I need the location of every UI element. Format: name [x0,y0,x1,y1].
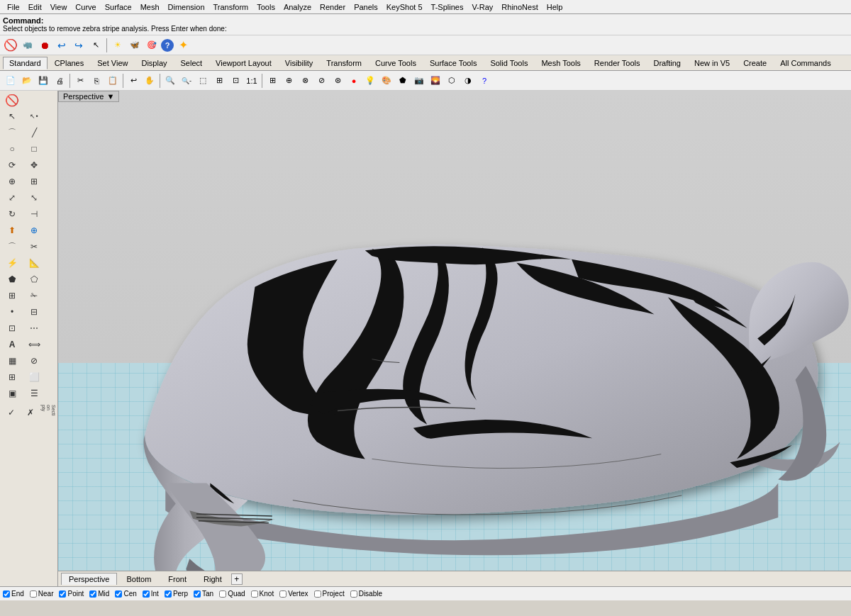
group-icon[interactable]: ⬜ [23,369,45,385]
block-icon[interactable]: ▣ [1,386,23,401]
bg-icon[interactable]: 🌄 [428,73,443,89]
vp-tab-bottom[interactable]: Bottom [118,573,159,586]
snap-knot-check[interactable] [251,590,258,598]
record2-icon[interactable]: ● [346,73,362,89]
print-icon[interactable]: 🖨 [52,73,67,89]
analysis-icon[interactable]: ⚡ [1,255,23,271]
snap-project-check[interactable] [314,590,321,598]
scale-icon[interactable]: ⤡ [23,190,45,206]
viewport-dropdown-icon[interactable]: ▼ [106,92,114,101]
pan-view-icon[interactable]: ✥ [23,157,45,173]
menu-dimension[interactable]: Dimension [164,2,209,12]
tab-cplanes[interactable]: CPlanes [48,57,91,69]
rotate-icon[interactable]: ↻ [1,206,23,222]
pan-icon[interactable]: ✋ [142,73,157,89]
check-icon[interactable]: ✓ [1,405,21,420]
snap-tan-check[interactable] [194,590,201,598]
cursor-icon[interactable]: ↖ [88,38,104,53]
surface-icon[interactable]: ⬟ [1,271,23,287]
save-icon[interactable]: 💾 [35,73,51,89]
tab-create[interactable]: Create [737,57,773,69]
menu-view[interactable]: View [46,2,72,12]
vp-tab-add[interactable]: + [231,573,243,585]
vp-tab-front[interactable]: Front [160,573,194,586]
menu-tools[interactable]: Tools [252,2,279,12]
patch-icon[interactable]: ⊡ [1,320,23,336]
tab-new-v5[interactable]: New in V5 [688,57,736,69]
zoom-1-icon[interactable]: 1:1 [244,73,260,89]
new-icon[interactable]: 📄 [3,73,18,89]
clipping-icon[interactable]: ⊘ [23,353,45,369]
split-icon[interactable]: ✂ [23,239,45,254]
ortho-icon[interactable]: ⊗ [297,73,313,89]
snap-point-check[interactable] [59,590,66,598]
snap-end-check[interactable] [3,590,10,598]
rotate-view-icon[interactable]: ⟳ [1,157,23,173]
menu-surface[interactable]: Surface [101,2,136,12]
snap-perp-check[interactable] [165,590,172,598]
menu-keyshot[interactable]: KeyShot 5 [382,2,427,12]
menu-help[interactable]: Help [543,2,567,12]
vp-tab-perspective[interactable]: Perspective [61,573,117,585]
help2-icon[interactable]: ? [477,73,492,89]
no-entry-icon[interactable]: 🚫 [1,92,23,108]
tab-render-tools[interactable]: Render Tools [588,57,647,69]
tab-mesh-tools[interactable]: Mesh Tools [535,57,586,69]
tab-select[interactable]: Select [174,57,209,69]
dim-icon[interactable]: ⟺ [23,337,45,352]
menu-curve[interactable]: Curve [71,2,100,12]
rect-icon[interactable]: □ [23,141,45,157]
sun-icon[interactable]: ☀ [110,38,126,53]
open-icon[interactable]: 📂 [19,73,35,89]
measure-icon[interactable]: 📐 [23,255,45,271]
tab-drafting[interactable]: Drafting [647,57,687,69]
grid-toggle[interactable]: ⊞ [265,73,280,89]
viewport-area[interactable]: Perspective ▼ [58,91,851,586]
move-icon[interactable]: ⤢ [1,190,23,206]
snap-quad-check[interactable] [219,590,226,598]
tab-curve-tools[interactable]: Curve Tools [369,57,423,69]
zoom-sel-icon[interactable]: ⊡ [228,73,243,89]
rhino-icon[interactable]: 🦏 [20,38,35,53]
zoom-out-icon[interactable]: 🔍- [179,73,194,89]
extrude-icon[interactable]: ⬆ [1,223,23,238]
select-icon[interactable]: ↖ [1,108,23,124]
menu-transform[interactable]: Transform [209,2,253,12]
tab-display[interactable]: Display [135,57,173,69]
polyline-icon[interactable]: ╱ [23,125,45,140]
stop-icon[interactable]: 🚫 [3,38,18,53]
loft-icon[interactable]: ⬠ [23,271,45,287]
drape-icon[interactable]: ⋯ [23,320,45,336]
planar-icon[interactable]: ⊘ [313,73,329,89]
zoom-window-icon[interactable]: ⬚ [195,73,211,89]
record-icon[interactable]: ⏺ [37,38,52,53]
snap-int-check[interactable] [143,590,150,598]
tab-viewport-layout[interactable]: Viewport Layout [209,57,278,69]
circle-icon[interactable]: ○ [1,141,23,157]
snap-icon[interactable]: ⊕ [281,73,296,89]
menu-panels[interactable]: Panels [350,2,382,12]
undo-icon[interactable]: ↩ [54,38,69,53]
mirror-icon[interactable]: ⊣ [23,206,45,222]
tab-transform[interactable]: Transform [320,57,368,69]
layer-icon[interactable]: ⊞ [1,369,23,385]
paste-icon[interactable]: 📋 [105,73,121,89]
shade-icon[interactable]: ◑ [460,73,476,89]
snap-near-check[interactable] [30,590,37,598]
menu-tsplines[interactable]: T-Splines [427,2,468,12]
tab-solid-tools[interactable]: Solid Tools [484,57,534,69]
trim-icon[interactable]: ✁ [23,288,45,303]
copy-icon[interactable]: ⎘ [89,73,104,89]
target-icon[interactable]: 🎯 [144,38,160,53]
lights-icon[interactable]: 💡 [362,73,378,89]
named-icon[interactable]: ☰ [23,386,45,401]
point-icon[interactable]: • [1,304,23,320]
x-icon[interactable]: ✗ [21,405,40,420]
tab-setview[interactable]: Set View [91,57,134,69]
tab-all-commands[interactable]: All Commands [774,57,838,69]
menu-vray[interactable]: V-Ray [467,2,497,12]
text-icon[interactable]: A [1,337,23,352]
wire-icon[interactable]: ⬡ [444,73,460,89]
viewport-canvas[interactable]: x y Perspective Bottom Front Right + [58,91,851,586]
menu-file[interactable]: File [3,2,24,12]
